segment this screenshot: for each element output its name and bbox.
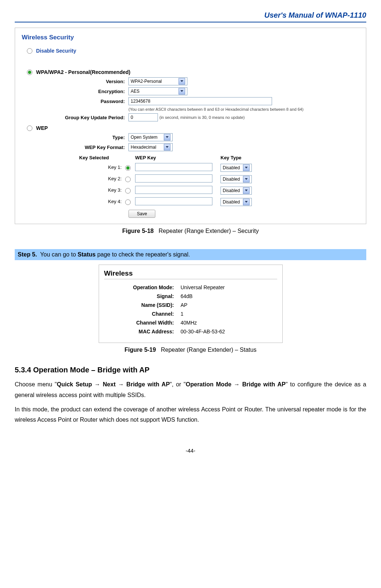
select-wep-format[interactable]: Hexadecimal: [128, 143, 173, 151]
option-label: WEP: [36, 125, 48, 131]
label-password: Password:: [22, 99, 128, 104]
radio-icon[interactable]: [125, 177, 131, 182]
option-disable-security[interactable]: Disable Security: [27, 48, 359, 54]
figure-519-caption: Figure 5-19 Repeater (Range Extender) – …: [15, 347, 366, 353]
input-gkup[interactable]: 0: [128, 113, 158, 121]
label-version: Version:: [22, 79, 128, 84]
status-label: Channel Width:: [104, 320, 181, 326]
status-label: Channel:: [104, 311, 181, 317]
gkup-hint: (in second, minimum is 30, 0 means no up…: [159, 115, 245, 120]
label-encryption: Encryption:: [22, 89, 128, 94]
doc-header: User's Manual of WNAP-1110: [15, 11, 366, 22]
radio-icon: [27, 48, 32, 54]
option-wpa-personal[interactable]: WPA/WPA2 - Personal(Recommended): [27, 69, 359, 75]
select-key-type-1[interactable]: Disabled: [221, 164, 252, 172]
status-label: Operation Mode:: [104, 284, 181, 290]
page-number: -44-: [15, 447, 366, 454]
chevron-down-icon: [179, 88, 185, 95]
radio-icon: [27, 125, 32, 131]
select-encryption[interactable]: AES: [128, 87, 187, 95]
option-label: WPA/WPA2 - Personal(Recommended): [36, 69, 130, 75]
radio-icon-selected: [27, 70, 32, 75]
section-534-p1: Choose menu "Quick Setup → Next → Bridge…: [15, 379, 366, 401]
input-wep-key-4[interactable]: [135, 197, 212, 205]
option-label: Disable Security: [36, 48, 76, 54]
col-key-type: Key Type: [218, 153, 254, 162]
radio-icon-selected[interactable]: [125, 165, 131, 171]
select-version[interactable]: WPA2-Personal: [128, 77, 187, 85]
status-value: 64dB: [181, 293, 193, 299]
chevron-down-icon: [243, 199, 250, 205]
label-wep-format: WEP Key Format:: [22, 145, 128, 150]
col-key-selected: Key Selected: [77, 153, 133, 162]
input-password[interactable]: 12345678: [128, 97, 272, 105]
panel-title: Wireless Security: [22, 34, 359, 41]
select-value: AES: [131, 89, 140, 94]
status-value: 00-30-4F-AB-53-62: [181, 329, 225, 334]
option-wep[interactable]: WEP: [27, 125, 359, 131]
radio-icon[interactable]: [125, 199, 131, 205]
select-key-type-3[interactable]: Disabled: [221, 187, 252, 195]
input-wep-key-2[interactable]: [135, 174, 212, 183]
save-button[interactable]: Save: [128, 210, 155, 218]
chevron-down-icon: [243, 176, 250, 183]
select-value: Disabled: [223, 165, 240, 170]
chevron-down-icon: [243, 164, 250, 171]
chevron-down-icon: [243, 187, 250, 194]
status-value: Universal Repeater: [181, 284, 225, 290]
status-label: MAC Address:: [104, 329, 181, 334]
status-value: 40MHz: [181, 320, 197, 326]
input-value: 12345678: [131, 99, 150, 104]
input-wep-key-1[interactable]: [135, 163, 212, 171]
status-value: AP: [181, 302, 188, 308]
label-type: Type:: [22, 135, 128, 140]
select-value: Open System: [131, 135, 158, 140]
select-key-type-2[interactable]: Disabled: [221, 175, 252, 183]
select-value: Disabled: [223, 188, 240, 193]
key-label: Key 4:: [108, 199, 122, 204]
select-value: Hexadecimal: [131, 145, 156, 150]
password-hint: (You can enter ASCII characters between …: [128, 107, 359, 111]
section-534-p2: In this mode, the product can extend the…: [15, 404, 366, 426]
select-value: WPA2-Personal: [131, 79, 162, 84]
status-value: 1: [181, 311, 184, 317]
key-label: Key 2:: [108, 176, 122, 181]
radio-icon[interactable]: [125, 188, 131, 194]
status-label: Name (SSID):: [104, 302, 181, 308]
select-value: Disabled: [223, 199, 240, 205]
status-label: Signal:: [104, 293, 181, 299]
col-wep-key: WEP Key: [133, 153, 218, 162]
select-value: Disabled: [223, 177, 240, 182]
key-label: Key 3:: [108, 187, 122, 193]
label-gkup: Group Key Update Period:: [22, 115, 128, 120]
wireless-status-panel: Wireless Operation Mode:Universal Repeat…: [99, 265, 283, 343]
select-type[interactable]: Open System: [128, 133, 173, 141]
figure-518-caption: Figure 5-18 Repeater (Range Extender) – …: [15, 228, 366, 234]
key-label: Key 1:: [108, 164, 122, 170]
status-title: Wireless: [104, 269, 277, 279]
section-534-heading: 5.3.4 Operation Mode – Bridge with AP: [15, 366, 366, 374]
wireless-security-panel: Wireless Security Disable Security WPA/W…: [15, 28, 366, 224]
chevron-down-icon: [164, 134, 170, 141]
select-key-type-4[interactable]: Disabled: [221, 198, 252, 206]
step-5-bar: Step 5. You can go to Status page to che…: [15, 249, 366, 260]
input-wep-key-3[interactable]: [135, 186, 212, 194]
input-value: 0: [131, 115, 133, 120]
chevron-down-icon: [179, 78, 185, 85]
chevron-down-icon: [164, 144, 170, 150]
